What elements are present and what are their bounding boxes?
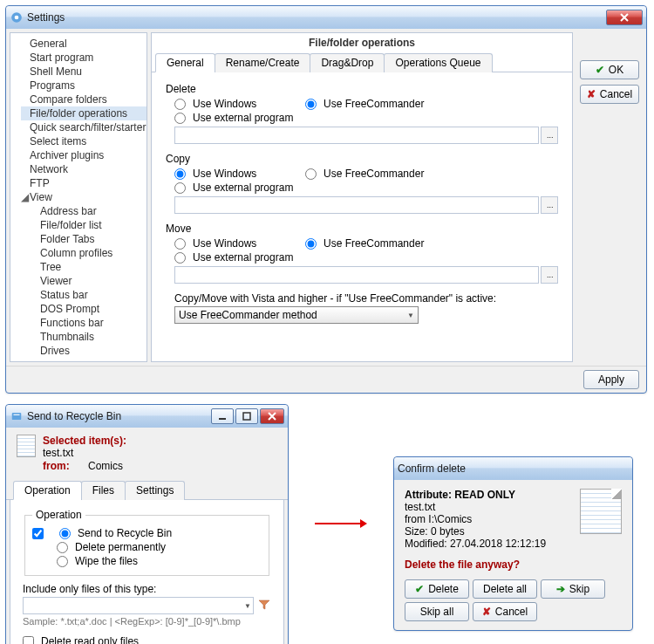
tree-item[interactable]: FTP [21,176,146,190]
tree-item[interactable]: Status bar [31,288,146,302]
include-label: Include only files of this type: [23,583,271,595]
tree-item-view[interactable]: ◢View [21,190,146,204]
copy-use-external-label: Use external program [193,182,293,194]
tree-item[interactable]: Archiver plugins [21,148,146,162]
tab-operations-queue[interactable]: Operations Queue [384,53,492,72]
tab-rename-create[interactable]: Rename/Create [215,53,311,72]
delete-external-path[interactable] [174,127,539,144]
move-use-windows-radio[interactable] [174,238,186,250]
recycle-window: Send to Recycle Bin Selected item(s): te… [5,404,289,644]
include-type-dropdown[interactable]: ▼ [242,597,254,614]
delete-read-only-check[interactable] [23,636,34,645]
tree-item[interactable]: Start program [21,51,146,65]
filter-icon[interactable] [257,598,271,614]
op-perm-label: Delete permanently [75,541,166,553]
copy-use-windows-label: Use Windows [193,168,256,180]
cancel-button[interactable]: ✘Cancel [473,602,537,621]
delete-use-external-radio[interactable] [174,113,186,124]
copy-use-external-radio[interactable] [174,182,186,194]
file-icon [17,435,36,457]
tree-item[interactable]: Thumbnails [31,330,146,344]
tree-item[interactable]: Quick search/filter/starter [21,120,146,134]
copy-external-browse[interactable]: ... [541,196,558,214]
copy-external-path[interactable] [174,196,539,214]
page-title: File/folder operations [152,33,572,52]
maximize-button[interactable] [235,408,258,424]
copy-use-windows-radio[interactable] [174,168,186,180]
operation-check[interactable] [32,528,44,539]
op-wipe-radio[interactable] [57,556,68,567]
op-recycle-radio[interactable] [59,528,71,539]
svg-rect-2 [12,413,22,420]
copy-label: Copy [166,153,558,165]
delete-use-external-label: Use external program [193,112,293,124]
move-label: Move [166,223,558,235]
op-recycle-label: Send to Recycle Bin [78,527,172,539]
delete-all-button[interactable]: Delete all [473,579,537,599]
chevron-down-icon: ▼ [407,312,414,319]
cancel-button[interactable]: ✘Cancel [580,85,639,104]
copy-use-fc-label: Use FreeCommander [324,168,424,180]
close-button[interactable] [606,10,643,25]
move-use-external-label: Use external program [193,251,293,264]
confirm-file: test.txt [405,501,573,513]
tree-item[interactable]: Compare folders [21,92,146,106]
recycle-titlebar[interactable]: Send to Recycle Bin [6,405,288,428]
settings-titlebar[interactable]: Settings [6,6,646,29]
move-use-fc-radio[interactable] [305,238,317,250]
op-perm-radio[interactable] [57,542,68,553]
tree-item[interactable]: Programs [21,79,146,92]
tree-item[interactable]: Address bar [31,204,146,218]
ok-button[interactable]: ✔OK [580,60,639,79]
tree-item[interactable]: Folder Tabs [31,232,146,246]
delete-button[interactable]: ✔Delete [405,579,469,599]
settings-tree: GeneralStart programShell MenuProgramsCo… [10,32,147,362]
tree-item[interactable]: General [21,37,146,51]
settings-icon [10,10,24,24]
tab-drag-drop[interactable]: Drag&Drop [310,53,385,72]
skip-button[interactable]: ➔Skip [541,579,605,599]
copy-section: Copy Use Windows Use FreeCommander Use e… [166,153,558,214]
settings-title: Settings [27,11,65,24]
copy-use-fc-radio[interactable] [305,168,317,180]
tree-item[interactable]: Network [21,162,146,176]
close-button[interactable] [260,408,284,424]
tab-files[interactable]: Files [81,481,126,500]
move-external-path[interactable] [174,266,539,284]
check-icon: ✔ [415,583,424,595]
tree-item[interactable]: Viewer [31,274,146,288]
move-use-external-radio[interactable] [174,252,186,264]
include-type-input[interactable] [23,597,254,614]
minimize-button[interactable] [211,408,234,424]
skip-all-button[interactable]: Skip all [405,602,469,621]
tree-item[interactable]: File/folder operations [21,106,146,120]
move-use-fc-label: Use FreeCommander [324,237,424,250]
delete-use-fc-label: Use FreeCommander [324,98,424,110]
tree-item[interactable]: Tree [31,260,146,274]
recycle-tabstrip: Operation Files Settings [6,480,288,500]
tree-item[interactable]: File/folder list [31,218,146,232]
tab-settings[interactable]: Settings [125,481,185,500]
tab-operation[interactable]: Operation [13,481,82,500]
tree-item[interactable]: DOS Prompt [31,302,146,316]
tree-item[interactable]: Drives [31,344,146,358]
tab-general[interactable]: General [155,53,215,72]
delete-use-windows-label: Use Windows [193,98,256,110]
tree-item[interactable]: Functions bar [31,316,146,330]
move-external-browse[interactable]: ... [541,266,558,284]
tree-item[interactable]: Select items [21,134,146,148]
delete-use-windows-radio[interactable] [174,99,186,110]
copymove-method-dropdown[interactable]: Use FreeCommander method ▼ [174,306,419,324]
delete-use-fc-radio[interactable] [305,99,317,110]
confirm-question: Delete the file anyway? [405,558,622,571]
copymove-method-label: Copy/Move with Vista and higher - if "Us… [174,292,558,305]
confirm-titlebar[interactable]: Confirm delete [394,457,632,480]
settings-window: Settings GeneralStart programShell MenuP… [5,5,647,394]
confirm-window: Confirm delete Attribute: READ ONLY test… [393,456,633,631]
copymove-method-section: Copy/Move with Vista and higher - if "Us… [166,292,558,324]
delete-read-only-label: Delete read only files [41,635,139,644]
delete-external-browse[interactable]: ... [541,127,558,144]
apply-button[interactable]: Apply [583,370,639,389]
tree-item[interactable]: Shell Menu [21,65,146,79]
tree-item[interactable]: Column profiles [31,246,146,260]
